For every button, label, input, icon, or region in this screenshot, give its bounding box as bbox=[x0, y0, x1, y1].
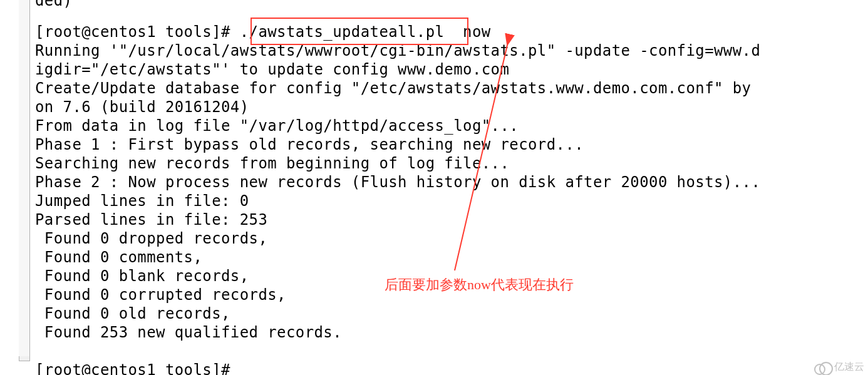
terminal-output-line: Running '"/usr/local/awstats/wwwroot/cgi… bbox=[35, 41, 868, 60]
gutter-resize-handle[interactable] bbox=[19, 356, 30, 361]
terminal-output: [root@centos1 tools]# ./awstats_updateal… bbox=[35, 23, 868, 375]
terminal-output-line: Phase 2 : Now process new records (Flush… bbox=[35, 173, 868, 192]
terminal-prompt-line: [root@centos1 tools]# bbox=[35, 361, 868, 375]
terminal-output-line: Phase 1 : First bypass old records, sear… bbox=[35, 135, 868, 154]
partial-prev-line: ded) bbox=[35, 0, 72, 10]
terminal-output-line: Create/Update database for config "/etc/… bbox=[35, 79, 868, 98]
annotation-note: 后面要加参数now代表现在执行 bbox=[385, 275, 574, 294]
watermark: 亿速云 bbox=[814, 361, 864, 374]
terminal-output-line bbox=[35, 342, 868, 361]
terminal-output-line: Parsed lines in file: 253 bbox=[35, 210, 868, 229]
terminal-prompt-line: [root@centos1 tools]# ./awstats_updateal… bbox=[35, 23, 868, 41]
watermark-text: 亿速云 bbox=[834, 361, 864, 374]
cloud-icon bbox=[814, 362, 832, 373]
terminal-output-line: Jumped lines in file: 0 bbox=[35, 192, 868, 210]
terminal-output-line: igdir="/etc/awstats"' to update config w… bbox=[35, 60, 868, 79]
terminal-output-line: Searching new records from beginning of … bbox=[35, 154, 868, 173]
terminal-output-line: From data in log file "/var/log/httpd/ac… bbox=[35, 116, 868, 135]
terminal-output-line: Found 0 comments, bbox=[35, 248, 868, 267]
terminal-output-line: on 7.6 (build 20161204) bbox=[35, 98, 868, 116]
terminal-output-line: Found 0 dropped records, bbox=[35, 229, 868, 248]
terminal-output-line: Found 0 old records, bbox=[35, 304, 868, 323]
editor-gutter: ded) bbox=[19, 0, 30, 356]
terminal-output-line: Found 253 new qualified records. bbox=[35, 323, 868, 342]
